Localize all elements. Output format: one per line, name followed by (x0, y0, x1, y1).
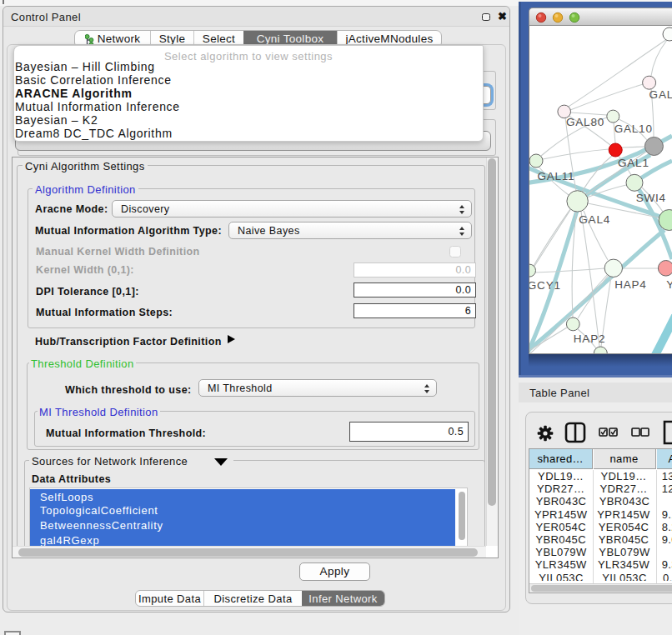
svg-text:GAL1: GAL1 (618, 157, 649, 169)
svg-text:GAL10: GAL10 (614, 122, 653, 135)
svg-text:GAL80: GAL80 (566, 116, 604, 128)
svg-text:GCY1: GCY1 (529, 279, 561, 292)
svg-text:GAL4: GAL4 (579, 213, 610, 226)
svg-text:GAL7: GAL7 (649, 88, 672, 101)
svg-text:GAL11: GAL11 (537, 170, 574, 182)
svg-text:HAP4: HAP4 (614, 278, 646, 291)
svg-text:HAP2: HAP2 (574, 332, 605, 345)
svg-text:Y: Y (666, 278, 672, 291)
svg-text:SWI4: SWI4 (636, 192, 666, 204)
